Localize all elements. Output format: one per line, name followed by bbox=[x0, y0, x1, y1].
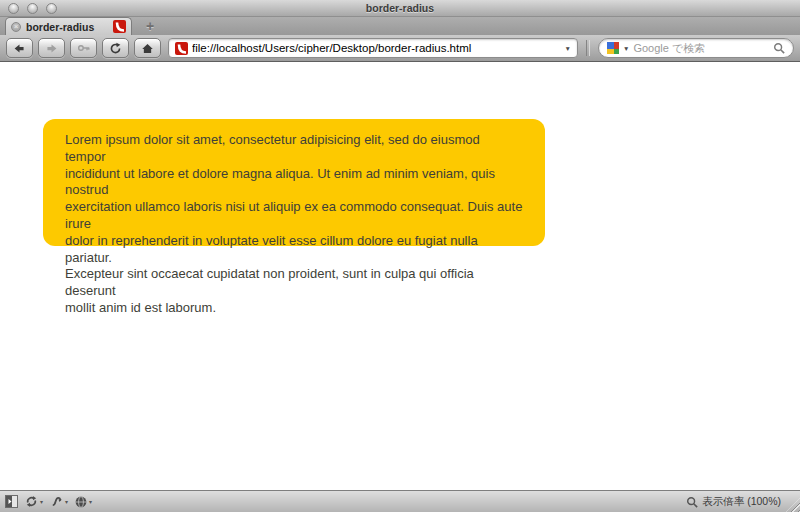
address-bar[interactable]: ▼ bbox=[168, 38, 578, 58]
sync-icon bbox=[25, 495, 38, 508]
sidebar-toggle-icon[interactable] bbox=[5, 495, 18, 508]
sync-statusbar-button[interactable]: ▾ bbox=[25, 495, 43, 508]
search-bar[interactable]: ▼ bbox=[598, 38, 794, 58]
url-input[interactable] bbox=[192, 42, 561, 54]
keychain-button[interactable] bbox=[70, 38, 97, 58]
page-viewport: Lorem ipsum dolor sit amet, consectetur … bbox=[0, 62, 800, 490]
script-statusbar-button[interactable]: ▾ bbox=[50, 495, 68, 508]
search-input[interactable] bbox=[633, 42, 769, 54]
status-bar: ▾ ▾ ▾ 表示倍率 (100%) bbox=[0, 490, 800, 512]
zoom-level-label: 表示倍率 (100%) bbox=[702, 495, 781, 509]
forward-icon bbox=[45, 42, 58, 55]
toolbar-splitter[interactable] bbox=[586, 40, 590, 56]
browser-window: border-radius × border-radius + bbox=[0, 0, 800, 512]
forward-button[interactable] bbox=[38, 38, 65, 58]
resize-grip[interactable] bbox=[786, 498, 800, 512]
new-tab-button[interactable]: + bbox=[140, 18, 160, 34]
tab-close-icon[interactable]: × bbox=[11, 22, 21, 32]
globe-icon bbox=[75, 496, 87, 508]
address-favicon-icon bbox=[175, 42, 188, 55]
back-button[interactable] bbox=[6, 38, 33, 58]
reload-button[interactable] bbox=[102, 38, 129, 58]
home-icon bbox=[141, 42, 154, 55]
url-dropdown-icon[interactable]: ▼ bbox=[565, 45, 571, 52]
window-title: border-radius bbox=[0, 2, 800, 14]
google-logo-icon bbox=[607, 42, 619, 54]
globe-statusbar-button[interactable]: ▾ bbox=[75, 496, 92, 508]
home-button[interactable] bbox=[134, 38, 161, 58]
search-magnifier-icon[interactable] bbox=[773, 42, 785, 54]
zoom-level-icon bbox=[686, 496, 698, 508]
tab-label: border-radius bbox=[26, 21, 108, 33]
script-dropdown-icon: ▾ bbox=[65, 498, 68, 505]
tab-bar: × border-radius + bbox=[0, 17, 800, 35]
back-icon bbox=[13, 42, 26, 55]
zoom-level-control[interactable]: 表示倍率 (100%) bbox=[686, 495, 781, 509]
key-icon bbox=[77, 41, 91, 55]
squiggle-icon bbox=[50, 495, 63, 508]
tab-border-radius[interactable]: × border-radius bbox=[5, 17, 132, 35]
sync-dropdown-icon: ▾ bbox=[40, 498, 43, 505]
rounded-yellow-box: Lorem ipsum dolor sit amet, consectetur … bbox=[43, 119, 545, 246]
search-engine-dropdown-icon[interactable]: ▼ bbox=[623, 45, 629, 52]
lorem-paragraph: Lorem ipsum dolor sit amet, consectetur … bbox=[65, 132, 523, 317]
page-favicon-icon bbox=[113, 20, 126, 33]
navigation-toolbar: ▼ ▼ bbox=[0, 35, 800, 62]
title-bar[interactable]: border-radius bbox=[0, 0, 800, 17]
reload-icon bbox=[109, 42, 122, 55]
globe-dropdown-icon: ▾ bbox=[89, 498, 92, 505]
